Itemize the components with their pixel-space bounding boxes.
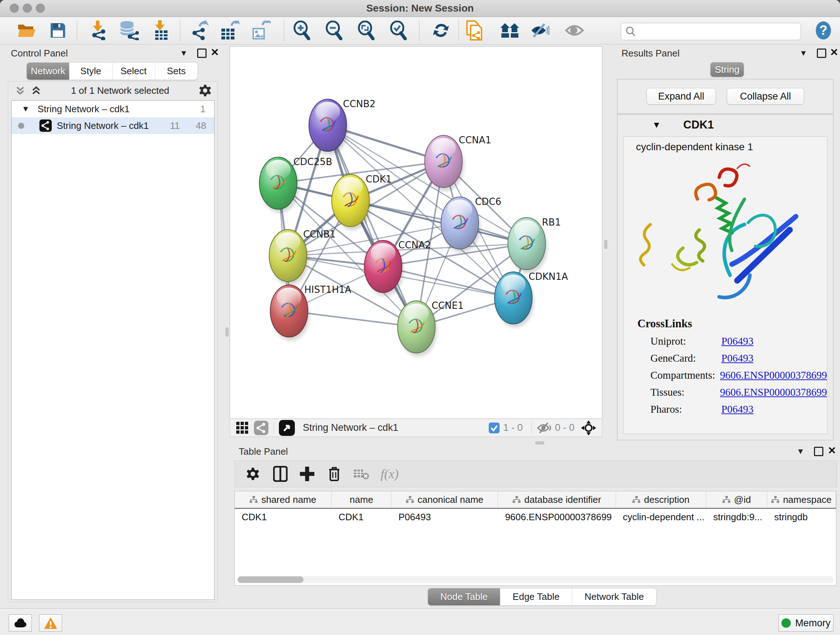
network-node-CDC25B[interactable]: CDC25B — [259, 157, 332, 213]
new-network-from-selection-button[interactable] — [466, 20, 483, 41]
left-splitter-handle[interactable] — [225, 327, 229, 337]
memory-button[interactable]: Memory — [778, 614, 834, 632]
warnings-button[interactable] — [39, 614, 62, 632]
network-node-HIST1H1A[interactable]: HIST1H1A — [270, 284, 351, 340]
show-columns-icon[interactable] — [273, 466, 287, 482]
crosslink-link[interactable]: P06493 — [722, 403, 753, 415]
network-canvas[interactable]: CCNB2CCNA1CDC25BCDK1CDC6RB1CCNB1CCNA2CDK… — [230, 46, 602, 419]
import-table-button[interactable] — [153, 20, 169, 41]
table-cell[interactable]: 9606.ENSP00000378699 — [498, 509, 616, 525]
panel-menu-icon[interactable]: ▼ — [180, 49, 188, 58]
network-node-RB1[interactable]: RB1 — [508, 217, 561, 273]
apply-layout-button[interactable] — [431, 21, 450, 40]
search-input[interactable] — [639, 26, 801, 37]
collapse-all-button[interactable]: Collapse All — [727, 88, 804, 105]
tab-network-table[interactable]: Network Table — [572, 588, 656, 605]
table-cell[interactable]: CDK1 — [235, 509, 332, 525]
export-image-button[interactable] — [252, 21, 271, 40]
table-gear-icon[interactable] — [246, 467, 260, 481]
network-node-CCNB2[interactable]: CCNB2 — [309, 98, 376, 155]
network-row-selected[interactable]: String Network – cdk1 11 48 — [11, 117, 214, 134]
crosslink-link[interactable]: P06493 — [722, 335, 753, 347]
network-edge[interactable] — [328, 125, 416, 327]
bottom-splitter-handle[interactable] — [535, 441, 545, 445]
tab-sets[interactable]: Sets — [155, 63, 197, 80]
hidden-eye-slash-icon[interactable] — [537, 422, 551, 434]
table-header-row: shared namenamecanonical namedatabase id… — [235, 491, 836, 509]
crosslink-link[interactable]: P06493 — [722, 352, 753, 364]
zoom-out-button[interactable] — [325, 21, 343, 40]
tab-select[interactable]: Select — [112, 63, 155, 80]
panel-float-icon[interactable] — [814, 447, 823, 458]
panel-float-icon[interactable] — [817, 49, 826, 59]
fit-content-crosshair-icon[interactable] — [581, 420, 596, 435]
crosslink-link[interactable]: 9606.ENSP00000378699 — [720, 369, 827, 381]
panel-close-icon[interactable]: ✕ — [210, 46, 219, 58]
zoom-fit-button[interactable] — [357, 21, 375, 40]
tab-edge-table[interactable]: Edge Table — [500, 588, 572, 605]
home-button[interactable] — [500, 22, 520, 38]
column-header-canonical-name[interactable]: canonical name — [392, 491, 498, 508]
add-column-icon[interactable] — [300, 467, 314, 481]
open-session-button[interactable] — [17, 22, 36, 38]
panel-float-icon[interactable] — [197, 49, 207, 59]
tab-network[interactable]: Network — [27, 63, 69, 80]
save-session-button[interactable] — [50, 22, 66, 39]
collapse-all-icon[interactable] — [15, 85, 26, 96]
selected-checkbox-icon[interactable] — [489, 423, 500, 433]
table-row[interactable]: CDK1CDK1P064939606.ENSP00000378699cyclin… — [235, 509, 836, 525]
zoom-in-button[interactable] — [293, 21, 311, 40]
column-header-namespace[interactable]: namespace — [767, 491, 836, 508]
column-type-icon — [249, 496, 257, 503]
cloud-button[interactable] — [9, 614, 32, 632]
expand-all-icon[interactable] — [31, 85, 42, 96]
crosslink-link[interactable]: 9606.ENSP00000378699 — [720, 386, 827, 398]
search-box[interactable] — [621, 23, 801, 40]
delete-column-icon[interactable] — [328, 466, 341, 482]
section-collapse-icon[interactable]: ▼ — [652, 120, 661, 130]
table-cell[interactable]: stringdb — [767, 509, 836, 525]
network-node-CDK1[interactable]: CDK1 — [332, 174, 392, 230]
expand-all-button[interactable]: Expand All — [646, 88, 716, 105]
network-share-icon[interactable] — [254, 421, 268, 435]
horizontal-scrollbar[interactable] — [237, 576, 834, 583]
column-header-@id[interactable]: @id — [706, 491, 767, 508]
panel-close-icon[interactable]: ✕ — [828, 445, 836, 456]
panel-menu-icon[interactable]: ▼ — [797, 447, 805, 456]
panel-close-icon[interactable]: ✕ — [830, 46, 838, 58]
column-header-shared-name[interactable]: shared name — [235, 491, 332, 508]
column-header-name[interactable]: name — [332, 491, 392, 508]
export-table-button[interactable] — [221, 21, 240, 40]
crosslink-label: GeneCard: — [651, 352, 722, 364]
grid-view-icon[interactable] — [236, 421, 249, 434]
import-network-database-button[interactable] — [119, 21, 139, 40]
network-node-CCNE1[interactable]: CCNE1 — [398, 300, 464, 356]
tab-node-table[interactable]: Node Table — [428, 588, 500, 605]
gear-icon[interactable] — [199, 84, 212, 97]
table-cell[interactable]: P06493 — [392, 509, 498, 525]
tab-string[interactable]: String — [711, 62, 744, 77]
right-splitter-handle[interactable] — [604, 240, 607, 249]
table-cell[interactable]: CDK1 — [332, 509, 392, 525]
table-cell[interactable]: cyclin-dependent ... — [616, 509, 706, 525]
network-node-CDKN1A[interactable]: CDKN1A — [494, 271, 568, 328]
table-cell[interactable]: stringdb:9... — [706, 509, 767, 525]
panel-menu-icon[interactable]: ▼ — [799, 49, 807, 58]
zoom-selected-button[interactable] — [389, 21, 407, 40]
help-button[interactable]: ? — [815, 21, 832, 40]
network-collection-row[interactable]: ▼ String Network – cdk1 1 — [11, 101, 214, 117]
scrollbar-thumb[interactable] — [238, 576, 303, 583]
network-node-CCNA2[interactable]: CCNA2 — [364, 240, 431, 296]
column-header-database-identifier[interactable]: database identifier — [498, 491, 616, 508]
column-header-description[interactable]: description — [616, 491, 706, 508]
birdseye-view-icon[interactable] — [279, 420, 295, 436]
tree-expander-icon[interactable]: ▼ — [22, 104, 30, 114]
import-network-file-button[interactable] — [89, 21, 107, 40]
hide-selection-icon[interactable] — [530, 22, 549, 38]
toolbar-separator — [180, 20, 180, 41]
export-network-button[interactable] — [190, 21, 209, 40]
title-bar: Session: New Session — [0, 0, 840, 17]
tab-style[interactable]: Style — [69, 63, 112, 80]
network-node-CDC6[interactable]: CDC6 — [441, 196, 501, 253]
network-node-CCNA1[interactable]: CCNA1 — [425, 135, 491, 191]
